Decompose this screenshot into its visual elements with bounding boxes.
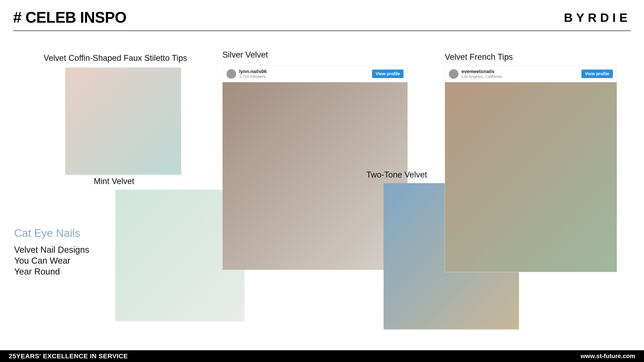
ig-username[interactable]: lynn.nails06: [239, 69, 369, 74]
ig-header: lynn.nails06 3,219 followers View profil…: [222, 66, 408, 82]
ig-meta: lynn.nails06 3,219 followers: [239, 69, 369, 79]
header: # CELEB INSPO BYRDIE: [13, 9, 631, 31]
canvas: Velvet Coffin-Shaped Faux Stiletto Tips …: [0, 37, 644, 349]
footer-url[interactable]: www.st-future.com: [580, 352, 635, 360]
ig-location: Los Angeles, California: [462, 74, 578, 79]
caption-french: Velvet French Tips: [445, 52, 513, 62]
avatar-icon: [449, 69, 458, 79]
ig-card-silver: lynn.nails06 3,219 followers View profil…: [222, 66, 408, 270]
page-title: # CELEB INSPO: [13, 9, 126, 26]
caption-coffin: Velvet Coffin-Shaped Faux Stiletto Tips: [44, 54, 187, 63]
view-profile-button[interactable]: View profile: [582, 70, 613, 78]
footer-tagline: 25YEARS' EXCELLENCE IN SERVICE: [9, 352, 128, 360]
ig-meta: evemeetsnails Los Angeles, California: [462, 69, 578, 79]
side-title: Cat Eye Nails: [14, 227, 80, 240]
view-profile-button[interactable]: View profile: [372, 70, 404, 78]
brand-logo: BYRDIE: [564, 10, 631, 25]
ig-card-french: evemeetsnails Los Angeles, California Vi…: [445, 66, 617, 272]
image-french-nails: [445, 82, 617, 272]
caption-mint: Mint Velvet: [94, 177, 134, 186]
side-subtitle: Velvet Nail Designs You Can Wear Year Ro…: [14, 244, 90, 277]
ig-username[interactable]: evemeetsnails: [462, 69, 578, 74]
ig-followers: 3,219 followers: [239, 74, 369, 79]
image-coffin-nails: [66, 68, 181, 174]
avatar-icon: [226, 69, 236, 79]
ig-header: evemeetsnails Los Angeles, California Vi…: [445, 66, 617, 82]
caption-silver: Silver Velvet: [222, 50, 268, 60]
footer: 25YEARS' EXCELLENCE IN SERVICE www.st-fu…: [0, 350, 644, 362]
caption-twotone: Two-Tone Velvet: [366, 170, 427, 180]
